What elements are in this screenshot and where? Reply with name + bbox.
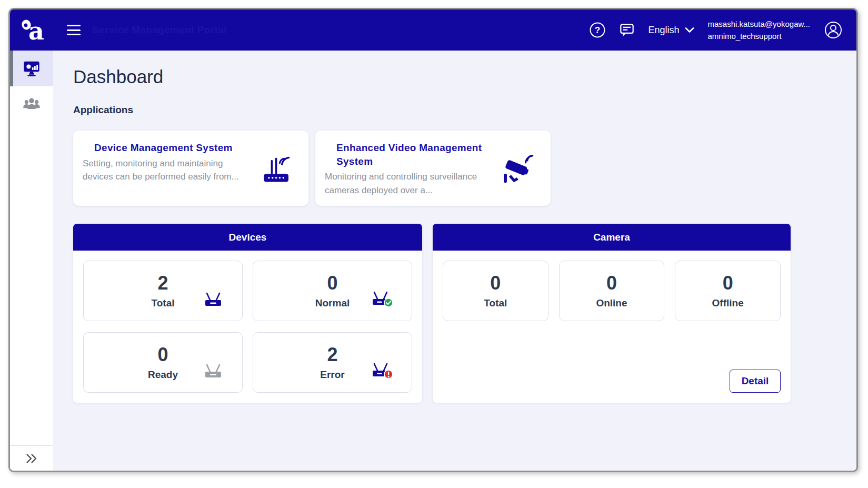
stat-label: Error bbox=[320, 369, 344, 381]
language-label: English bbox=[648, 25, 679, 36]
camera-panel: Camera 0 Total 0 Online bbox=[433, 224, 791, 403]
cctv-camera-icon bbox=[502, 154, 536, 185]
router-check-icon bbox=[370, 290, 394, 308]
stat-value: 0 bbox=[490, 273, 501, 294]
stat-value: 2 bbox=[157, 273, 168, 294]
chevron-down-icon bbox=[685, 27, 694, 33]
language-selector[interactable]: English bbox=[648, 25, 694, 36]
sidebar-item-users[interactable] bbox=[10, 86, 53, 122]
avatar-icon bbox=[824, 21, 843, 39]
device-stat-ready: 0 Ready bbox=[83, 332, 243, 393]
stat-label: Normal bbox=[315, 297, 350, 309]
svg-text:?: ? bbox=[595, 25, 600, 35]
amnimo-logo[interactable]: a bbox=[18, 15, 51, 45]
stat-label: Offline bbox=[712, 297, 744, 309]
router-error-icon bbox=[370, 362, 394, 380]
dashboard-monitor-icon bbox=[23, 60, 41, 77]
router-wifi-icon bbox=[260, 154, 294, 185]
user-organization: amnimo_techsupport bbox=[708, 30, 811, 42]
double-chevron-right-icon bbox=[25, 453, 38, 464]
app-card-description: Monitoring and controlling surveillance … bbox=[325, 170, 494, 197]
stat-label: Total bbox=[484, 297, 507, 309]
stat-label: Ready bbox=[148, 369, 178, 381]
camera-detail-button[interactable]: Detail bbox=[730, 370, 781, 393]
users-group-icon bbox=[22, 96, 41, 112]
chat-bubble-icon bbox=[620, 23, 634, 37]
main-content: Dashboard Applications Device Management… bbox=[53, 51, 856, 471]
stat-value: 0 bbox=[327, 273, 337, 294]
status-panels-row: Devices 2 Total bbox=[73, 224, 856, 403]
stat-label: Total bbox=[152, 297, 175, 309]
sidebar-spacer bbox=[10, 122, 53, 445]
sidebar bbox=[10, 51, 53, 471]
help-icon: ? bbox=[589, 22, 606, 38]
devices-panel: Devices 2 Total bbox=[73, 224, 422, 403]
router-icon bbox=[202, 291, 224, 308]
stat-value: 2 bbox=[327, 344, 337, 365]
applications-section-title: Applications bbox=[73, 104, 856, 116]
feedback-button[interactable] bbox=[620, 23, 634, 37]
stat-label: Online bbox=[596, 297, 627, 309]
camera-stat-online: 0 Online bbox=[559, 261, 665, 321]
top-navigation-bar: a Service Management Portal ? bbox=[10, 9, 856, 51]
camera-stat-total: 0 Total bbox=[443, 261, 548, 321]
sidebar-expand-button[interactable] bbox=[10, 445, 53, 471]
app-card-description: Setting, monitoring and maintaining devi… bbox=[83, 157, 252, 184]
router-gray-icon bbox=[202, 363, 224, 380]
app-window: a Service Management Portal ? bbox=[8, 8, 858, 472]
stat-value: 0 bbox=[606, 273, 617, 294]
menu-hamburger-button[interactable] bbox=[67, 25, 81, 35]
app-card-title: Device Management System bbox=[94, 141, 252, 155]
stat-value: 0 bbox=[723, 273, 733, 294]
app-card-device-management[interactable]: Device Management System Setting, monito… bbox=[73, 131, 308, 206]
page-title: Dashboard bbox=[73, 66, 856, 87]
user-email: masashi.katsuta@yokogaw... bbox=[708, 18, 811, 30]
svg-text:a: a bbox=[28, 17, 44, 44]
devices-panel-header: Devices bbox=[73, 224, 422, 251]
stat-value: 0 bbox=[157, 344, 168, 365]
help-button[interactable]: ? bbox=[589, 22, 606, 38]
device-stat-normal: 0 Normal bbox=[253, 261, 412, 321]
device-stat-error: 2 Error bbox=[253, 332, 412, 393]
device-stat-total: 2 Total bbox=[83, 261, 243, 321]
camera-stat-offline: 0 Offline bbox=[675, 261, 781, 321]
applications-row: Device Management System Setting, monito… bbox=[73, 131, 856, 206]
camera-panel-header: Camera bbox=[433, 224, 791, 251]
app-card-title: Enhanced Video Management System bbox=[336, 141, 494, 168]
user-account-info: masashi.katsuta@yokogaw... amnimo_techsu… bbox=[708, 18, 811, 43]
amnimo-logo-icon: a bbox=[20, 16, 49, 44]
sidebar-item-dashboard[interactable] bbox=[10, 51, 53, 86]
portal-title: Service Management Portal bbox=[92, 23, 227, 37]
app-card-video-management[interactable]: Enhanced Video Management System Monitor… bbox=[315, 131, 551, 206]
account-menu-button[interactable] bbox=[824, 21, 843, 39]
